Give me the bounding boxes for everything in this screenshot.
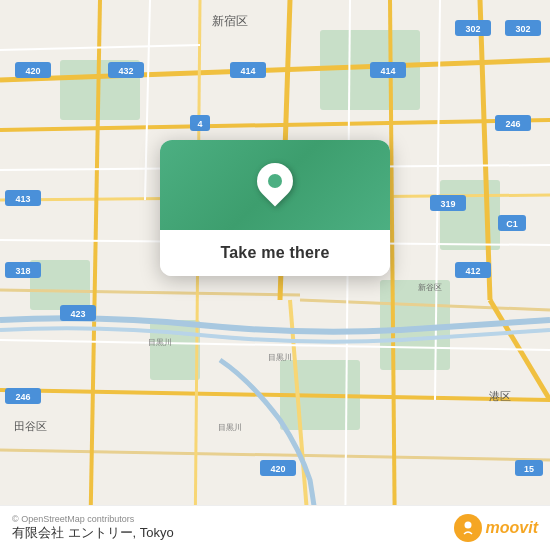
location-card: Take me there bbox=[160, 140, 390, 276]
svg-rect-4 bbox=[150, 320, 200, 380]
card-map-area bbox=[160, 140, 390, 230]
svg-line-12 bbox=[0, 450, 550, 460]
svg-point-72 bbox=[464, 522, 471, 529]
svg-text:246: 246 bbox=[15, 392, 30, 402]
svg-text:田谷区: 田谷区 bbox=[14, 420, 47, 432]
svg-text:新谷区: 新谷区 bbox=[418, 283, 442, 292]
svg-text:C1: C1 bbox=[506, 219, 518, 229]
svg-text:318: 318 bbox=[15, 266, 30, 276]
svg-text:新宿区: 新宿区 bbox=[212, 14, 248, 28]
svg-line-11 bbox=[0, 390, 550, 400]
svg-text:302: 302 bbox=[465, 24, 480, 34]
moovit-logo: moovit bbox=[454, 514, 538, 542]
moovit-text: moovit bbox=[486, 519, 538, 537]
location-pin bbox=[257, 163, 293, 207]
pin-dot bbox=[268, 174, 282, 188]
svg-text:246: 246 bbox=[505, 119, 520, 129]
svg-line-19 bbox=[480, 0, 490, 300]
svg-text:414: 414 bbox=[240, 66, 255, 76]
svg-line-25 bbox=[145, 0, 150, 200]
svg-text:420: 420 bbox=[25, 66, 40, 76]
svg-text:目黒川: 目黒川 bbox=[268, 353, 292, 362]
svg-text:港区: 港区 bbox=[489, 390, 511, 402]
svg-text:432: 432 bbox=[118, 66, 133, 76]
moovit-icon bbox=[454, 514, 482, 542]
svg-text:15: 15 bbox=[524, 464, 534, 474]
svg-text:4: 4 bbox=[197, 119, 202, 129]
svg-rect-6 bbox=[440, 180, 500, 250]
take-me-there-button[interactable]: Take me there bbox=[160, 230, 390, 276]
bottom-text: © OpenStreetMap contributors 有限会社 エントリー,… bbox=[12, 514, 174, 542]
svg-text:414: 414 bbox=[380, 66, 395, 76]
svg-text:413: 413 bbox=[15, 194, 30, 204]
svg-text:420: 420 bbox=[270, 464, 285, 474]
svg-text:412: 412 bbox=[465, 266, 480, 276]
place-name: 有限会社 エントリー, Tokyo bbox=[12, 524, 174, 542]
svg-text:319: 319 bbox=[440, 199, 455, 209]
svg-text:目黒川: 目黒川 bbox=[218, 423, 242, 432]
bottom-bar: © OpenStreetMap contributors 有限会社 エントリー,… bbox=[0, 505, 550, 550]
map-container: 420 432 4 414 414 302 302 246 319 C1 318 bbox=[0, 0, 550, 550]
svg-line-8 bbox=[0, 120, 550, 130]
svg-text:302: 302 bbox=[515, 24, 530, 34]
attribution: © OpenStreetMap contributors bbox=[12, 514, 174, 524]
svg-text:423: 423 bbox=[70, 309, 85, 319]
svg-text:目黒川: 目黒川 bbox=[148, 338, 172, 347]
